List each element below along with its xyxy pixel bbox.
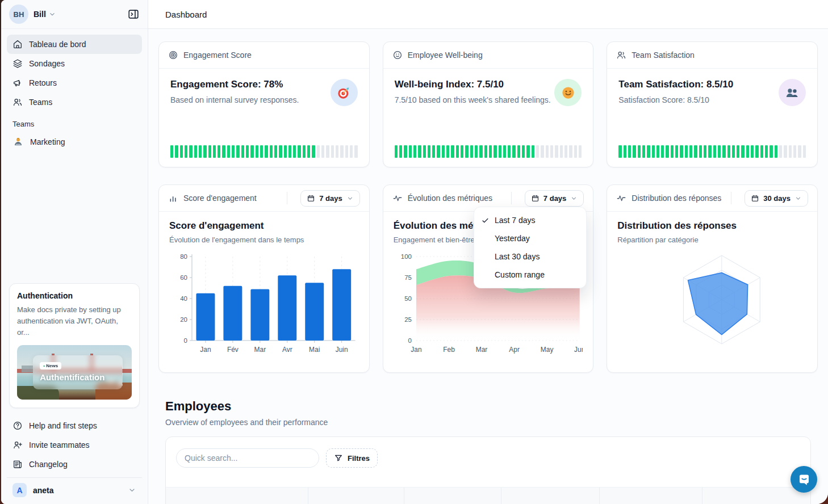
sidebar-team-marketing[interactable]: Marketing (7, 132, 142, 152)
progress-tick (246, 145, 249, 158)
progress-tick (399, 145, 402, 158)
workspace-avatar: A (12, 483, 27, 497)
chat-launcher[interactable] (791, 466, 817, 493)
sidebar-item-invite-teammates[interactable]: Invite teammates (7, 435, 142, 455)
user-name[interactable]: Bill (34, 10, 46, 19)
menu-item-last-7-days[interactable]: Last 7 days (474, 211, 586, 229)
progress-tick (526, 145, 529, 158)
progress-tick (465, 145, 468, 158)
progress-tick (194, 145, 197, 158)
column-header-team[interactable]: Team (308, 488, 404, 504)
chart-title: Score d'engagement (169, 220, 359, 232)
sidebar-item-label: Invite teammates (29, 440, 90, 450)
svg-text:Jan: Jan (200, 346, 211, 354)
stat-card-team-satisfaction: Team SatisfactionTeam Satisfaction: 8.5/… (607, 41, 818, 167)
progress-ticks (170, 145, 358, 158)
progress-tick (175, 145, 178, 158)
page-title: Dashboard (165, 10, 207, 19)
svg-text:Jan: Jan (411, 346, 421, 354)
collapse-panel-icon (127, 8, 140, 20)
progress-tick (340, 145, 343, 158)
progress-tick (232, 145, 235, 158)
progress-tick (532, 145, 534, 158)
sidebar-item-label: Sondages (29, 59, 65, 68)
stat-badge (331, 79, 358, 106)
chart-subtitle: Répartition par catégorie (617, 236, 807, 244)
progress-tick (180, 145, 183, 158)
progress-tick (456, 145, 459, 158)
date-range-button[interactable]: 7 days (300, 190, 359, 207)
chart-bars-icon (168, 193, 178, 203)
svg-text:Avr: Avr (282, 346, 292, 354)
sidebar-item-retours[interactable]: Retours (7, 73, 142, 93)
progress-tick (784, 145, 787, 158)
svg-text:20: 20 (180, 316, 187, 323)
dashboard-content: Engagement ScoreEngagement Score: 78%Bas… (148, 29, 828, 504)
card-body: Engagement Score: 78%Based on internal s… (159, 69, 369, 167)
pulse-icon (392, 193, 403, 203)
sidebar-item-sondages[interactable]: Sondages (7, 54, 142, 73)
progress-tick (326, 145, 329, 158)
progress-tick (661, 145, 664, 158)
promo-image[interactable]: • News Authentification (17, 345, 132, 400)
progress-tick (775, 145, 777, 158)
column-header-performance[interactable]: Performance (599, 488, 702, 504)
progress-tick (423, 145, 426, 158)
workspace-switcher[interactable]: A aneta (7, 477, 142, 498)
svg-text:80: 80 (180, 253, 187, 260)
sidebar-item-label: Changelog (29, 460, 68, 469)
progress-tick (298, 145, 300, 158)
column-header-participation[interactable]: Participation (501, 488, 599, 504)
menu-item-yesterday[interactable]: Yesterday (474, 229, 586, 247)
progress-tick (170, 145, 173, 158)
quick-search-input[interactable] (176, 448, 319, 468)
stat-cards-row: Engagement ScoreEngagement Score: 78%Bas… (158, 41, 818, 167)
progress-tick (494, 145, 496, 158)
sidebar-nav: Tableau de bordSondagesRetoursTeams (1, 29, 148, 112)
date-range-button[interactable]: 7 days (525, 190, 584, 207)
progress-tick (418, 145, 421, 158)
card-header-label: Engagement Score (183, 51, 252, 60)
target-rings-icon (168, 50, 178, 60)
stat-card-employee-well-being: Employee Well-beingWell-being Index: 7.5… (383, 41, 594, 167)
progress-tick (241, 145, 244, 158)
sidebar-item-tableau-de-bord[interactable]: Tableau de bord (7, 35, 142, 54)
menu-item-custom-range[interactable]: Custom range (474, 266, 586, 284)
column-header-tasks[interactable]: Tasks (702, 488, 810, 504)
menu-item-last-30-days[interactable]: Last 30 days (474, 247, 586, 266)
chevron-down-icon (128, 486, 136, 494)
progress-tick (227, 145, 230, 158)
card-header: Team Satisfaction (607, 42, 817, 69)
progress-tick (331, 145, 334, 158)
collapse-sidebar-button[interactable] (126, 7, 141, 22)
card-body: Score d'engagementÉvolution de l'engagem… (159, 212, 369, 359)
progress-tick (722, 145, 725, 158)
sidebar-item-changelog[interactable]: Changelog (7, 455, 142, 474)
menu-item-label: Last 30 days (495, 252, 540, 261)
progress-tick (727, 145, 730, 158)
svg-text:25: 25 (404, 316, 412, 323)
column-header-user[interactable]: User (166, 488, 308, 504)
date-range-value: 7 days (319, 194, 342, 203)
filters-button[interactable]: Filtres (326, 448, 378, 468)
progress-tick (656, 145, 659, 158)
stat-subtitle: 7.5/10 based on this week's shared feeli… (395, 95, 551, 104)
card-header: Employee Well-being (383, 42, 593, 69)
progress-tick (737, 145, 739, 158)
column-header-position[interactable]: Position (404, 488, 501, 504)
svg-text:Feb: Feb (443, 346, 455, 354)
promo-card-authentication[interactable]: Authentication Make docs private by sett… (9, 283, 140, 408)
sidebar-item-help-and-first-steps[interactable]: Help and first steps (7, 416, 142, 435)
svg-text:0: 0 (408, 337, 411, 344)
svg-text:May: May (540, 346, 553, 354)
progress-tick (336, 145, 338, 158)
progress-tick (798, 145, 801, 158)
user-avatar[interactable]: BH (9, 5, 28, 24)
progress-tick (499, 145, 501, 158)
progress-tick (704, 145, 706, 158)
sidebar-item-teams[interactable]: Teams (7, 93, 142, 112)
svg-text:50: 50 (404, 295, 412, 302)
svg-text:100: 100 (400, 253, 411, 260)
svg-text:Apr: Apr (509, 346, 520, 354)
date-range-button[interactable]: 30 days (745, 190, 808, 207)
